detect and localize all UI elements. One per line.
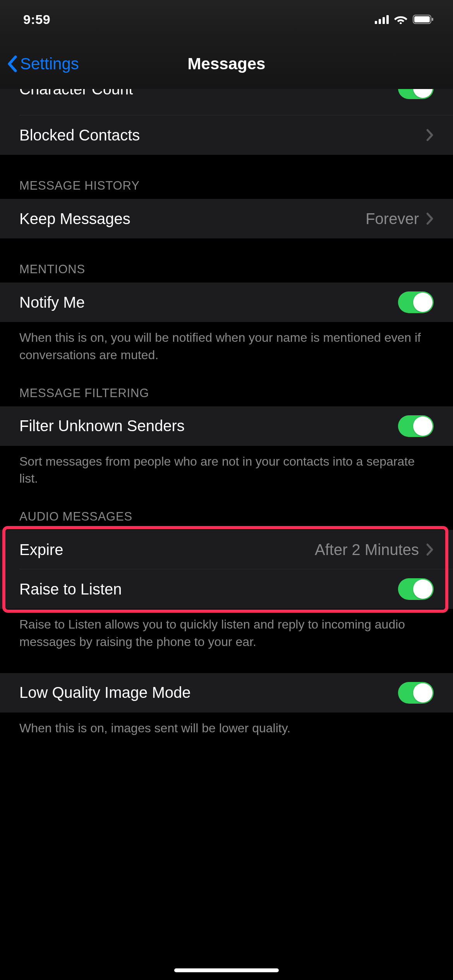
section-header-audio-messages: AUDIO MESSAGES xyxy=(0,487,453,530)
row-label: Low Quality Image Mode xyxy=(19,684,190,701)
section-header-message-filtering: MESSAGE FILTERING xyxy=(0,364,453,406)
svg-rect-7 xyxy=(432,18,433,21)
row-label: Character Count xyxy=(19,89,133,98)
row-expire[interactable]: Expire After 2 Minutes xyxy=(0,530,453,569)
battery-icon xyxy=(413,15,434,24)
row-keep-messages[interactable]: Keep Messages Forever xyxy=(0,199,453,238)
toggle-character-count[interactable] xyxy=(398,89,434,99)
row-notify-me[interactable]: Notify Me xyxy=(0,283,453,322)
row-low-quality-image-mode[interactable]: Low Quality Image Mode xyxy=(0,673,453,713)
cellular-icon xyxy=(375,15,389,24)
chevron-right-icon xyxy=(426,128,434,142)
page-title: Messages xyxy=(188,55,266,73)
settings-list: Character Count Blocked Contacts MESSAGE… xyxy=(0,89,453,980)
toggle-filter-unknown-senders[interactable] xyxy=(398,415,434,437)
svg-point-4 xyxy=(400,22,402,24)
row-value: Forever xyxy=(365,210,419,228)
toggle-raise-to-listen[interactable] xyxy=(398,578,434,600)
wifi-icon xyxy=(394,15,407,24)
section-footer-notify-me: When this is on, you will be notified wh… xyxy=(0,322,453,364)
toggle-low-quality-image-mode[interactable] xyxy=(398,682,434,704)
svg-rect-3 xyxy=(386,15,389,24)
svg-rect-2 xyxy=(383,17,385,24)
row-label: Raise to Listen xyxy=(19,581,122,598)
nav-bar: Settings Messages xyxy=(0,39,453,89)
row-character-count[interactable]: Character Count xyxy=(0,89,453,115)
row-filter-unknown-senders[interactable]: Filter Unknown Senders xyxy=(0,406,453,446)
row-label: Expire xyxy=(19,541,63,559)
row-label: Keep Messages xyxy=(19,210,130,228)
row-value: After 2 Minutes xyxy=(315,541,419,559)
section-footer-filter-unknown: Sort messages from people who are not in… xyxy=(0,446,453,488)
svg-rect-0 xyxy=(375,21,377,24)
row-label: Filter Unknown Senders xyxy=(19,417,185,435)
row-label: Blocked Contacts xyxy=(19,127,140,144)
chevron-right-icon xyxy=(426,543,434,556)
home-indicator[interactable] xyxy=(174,968,279,972)
chevron-right-icon xyxy=(426,212,434,225)
svg-rect-1 xyxy=(379,19,381,24)
section-header-message-history: MESSAGE HISTORY xyxy=(0,155,453,199)
back-label: Settings xyxy=(20,55,79,73)
status-time: 9:59 xyxy=(23,12,50,27)
status-icons xyxy=(375,15,434,24)
section-header-mentions: MENTIONS xyxy=(0,238,453,283)
section-footer-raise-to-listen: Raise to Listen allows you to quickly li… xyxy=(0,609,453,651)
row-raise-to-listen[interactable]: Raise to Listen xyxy=(0,569,453,609)
status-bar: 9:59 xyxy=(0,0,453,39)
chevron-left-icon xyxy=(7,55,18,72)
back-button[interactable]: Settings xyxy=(7,55,79,73)
svg-rect-6 xyxy=(414,16,430,22)
row-label: Notify Me xyxy=(19,294,85,311)
row-blocked-contacts[interactable]: Blocked Contacts xyxy=(0,115,453,155)
toggle-notify-me[interactable] xyxy=(398,291,434,313)
section-footer-low-quality: When this is on, images sent will be low… xyxy=(0,713,453,737)
